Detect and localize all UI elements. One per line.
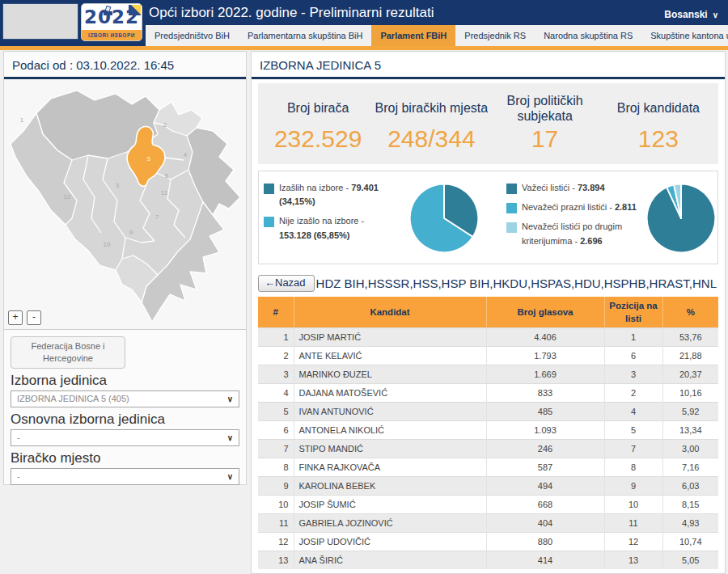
rank-cell: 6 xyxy=(258,420,294,439)
position-cell: 6 xyxy=(604,346,662,365)
language-label: Bosanski xyxy=(664,9,707,20)
votes-cell: 414 xyxy=(486,551,604,569)
map-unit-label: 2 xyxy=(163,121,167,129)
map-unit-label: 9 xyxy=(129,229,133,236)
percent-cell: 53,76 xyxy=(662,327,718,346)
votes-cell: 1.669 xyxy=(486,365,604,383)
percent-cell: 10,16 xyxy=(662,383,718,402)
candidate-cell: FINKA RAJKOVAČA xyxy=(294,458,486,476)
map-unit-label: 7 xyxy=(155,213,159,221)
percent-cell: 3,00 xyxy=(662,439,718,458)
summary-stats: Broj birača232.529Broj biračkih mjesta24… xyxy=(258,83,718,164)
top-header: 2022 IZBORI ИЗБОРИ Opći izbori 2022. god… xyxy=(0,0,728,46)
language-selector[interactable]: Bosanski∨ xyxy=(664,9,718,20)
biracko-mjesto-select[interactable]: - ∨ xyxy=(11,468,239,485)
turnout-legend: Izašlih na izbore - 79.401 (34,15%)Nije … xyxy=(264,181,385,255)
legend-text: Nevažeći prazni listići - 2.811 xyxy=(522,200,637,214)
rank-cell: 3 xyxy=(258,365,294,383)
ballots-legend: Važeći listići - 73.894Nevažeći prazni l… xyxy=(503,181,644,255)
biracko-mjesto-value: - xyxy=(17,471,20,481)
tab-narodna-skup-tina-rs[interactable]: Narodna skupština RS xyxy=(535,25,641,46)
tab-parlamentarna-skup-tina-bih[interactable]: Parlamentarna skupština BiH xyxy=(239,25,371,46)
back-button[interactable]: ←Nazad xyxy=(258,275,315,292)
charts-section: Izašlih na izbore - 79.401 (34,15%)Nije … xyxy=(258,171,718,264)
table-row: 4DAJANA MATOŠEVIĆ833210,16 xyxy=(258,383,718,402)
position-cell: 13 xyxy=(604,551,662,569)
stat-card: Broj birača232.529 xyxy=(261,93,375,153)
table-row: 10JOSIP ŠUMIĆ668108,15 xyxy=(258,495,718,513)
legend-item: Izašlih na izbore - 79.401 (34,15%) xyxy=(264,181,385,209)
izborna-jedinica-select[interactable]: IZBORNA JEDINICA 5 (405) ∨ xyxy=(11,390,239,407)
election-2022-logo: 2022 IZBORI ИЗБОРИ xyxy=(81,3,142,41)
table-row: 8FINKA RAJKOVAČA58787,16 xyxy=(258,458,718,476)
entity-button[interactable]: Federacija Bosne i Hercegovine xyxy=(11,336,125,369)
votes-cell: 246 xyxy=(486,439,604,458)
column-header: Kandidat xyxy=(294,297,486,327)
table-row: 11GABRIELA JOZINOVIĆ404114,93 xyxy=(258,513,718,532)
stat-label: Broj kandidata xyxy=(602,93,715,124)
bih-map[interactable]: + - 12543611127910 xyxy=(4,79,246,330)
osnovna-izborna-jedinica-value: - xyxy=(17,433,20,442)
filter-label-osnovna-izborna-jedinica: Osnovna izborna jedinica xyxy=(11,412,246,428)
column-header: Broj glasova xyxy=(486,297,604,327)
filter-label-biracko-mjesto: Biračko mjesto xyxy=(11,450,246,466)
candidate-cell: ANTONELA NIKOLIĆ xyxy=(294,420,486,439)
candidate-cell: JOSIP ŠUMIĆ xyxy=(294,495,486,513)
candidate-cell: JOSIP MARTIĆ xyxy=(294,327,486,346)
candidate-cell: ANA ŠIRIĆ xyxy=(294,551,486,569)
table-row: 12JOSIP UDOVIČIĆ8801210,74 xyxy=(258,532,718,551)
map-unit-label: 6 xyxy=(165,172,168,179)
votes-cell: 668 xyxy=(486,495,604,513)
position-cell: 3 xyxy=(604,365,662,383)
table-row: 5IVAN ANTUNOVIĆ48545,92 xyxy=(258,402,718,420)
rank-cell: 13 xyxy=(258,551,294,569)
map-unit-label: 10 xyxy=(104,241,111,248)
candidate-cell: STIPO MANDIĆ xyxy=(294,439,486,458)
legend-item: Nevažeći prazni listići - 2.811 xyxy=(506,200,644,214)
table-row: 2ANTE KELAVIĆ1.793621,88 xyxy=(258,346,718,365)
legend-swatch-icon xyxy=(506,222,517,233)
column-header: Pozicija na listi xyxy=(604,297,662,327)
tab-skup-tine-kantona-u-fbih[interactable]: Skupštine kantona u FBiH xyxy=(641,25,728,46)
table-row: 13ANA ŠIRIĆ414135,05 xyxy=(258,551,718,569)
back-row: ←Nazad HDZ BIH,HSSSR,HSS,HSP BIH,HKDU,HS… xyxy=(258,275,718,292)
tab-parlament-fbih[interactable]: Parlament FBiH xyxy=(371,25,455,46)
candidate-cell: DAJANA MATOŠEVIĆ xyxy=(294,383,486,402)
position-cell: 12 xyxy=(604,532,662,551)
legend-swatch-icon xyxy=(506,203,517,213)
nav-tabs: Predsjedništvo BiHParlamentarna skupštin… xyxy=(146,25,728,46)
votes-cell: 4.406 xyxy=(486,327,604,346)
candidate-cell: IVAN ANTUNOVIĆ xyxy=(294,402,486,420)
party-list-title: HDZ BIH,HSSSR,HSS,HSP BIH,HKDU,HSPAS,HDU… xyxy=(315,276,718,290)
ballot-box-icon xyxy=(103,5,113,19)
candidate-cell: JOSIP UDOVIČIĆ xyxy=(294,532,486,551)
osnovna-izborna-jedinica-select[interactable]: - ∨ xyxy=(11,429,239,446)
logo-banner: IZBORI ИЗБОРИ xyxy=(82,30,142,40)
percent-cell: 5,92 xyxy=(662,402,718,420)
stat-value: 232.529 xyxy=(261,125,375,153)
percent-cell: 4,93 xyxy=(662,513,718,532)
rank-cell: 10 xyxy=(258,495,294,513)
zoom-in-button[interactable]: + xyxy=(8,310,23,325)
candidates-table: #KandidatBroj glasovaPozicija na listi% … xyxy=(258,297,718,569)
position-cell: 1 xyxy=(604,327,662,346)
page-title: Opći izbori 2022. godine - Preliminarni … xyxy=(149,5,434,21)
legend-swatch-icon xyxy=(264,184,274,194)
percent-cell: 21,88 xyxy=(662,346,718,365)
candidate-cell: KAROLINA BEBEK xyxy=(294,476,486,495)
filter-label-izborna-jedinica: Izborna jedinica xyxy=(11,373,246,389)
stat-label: Broj biračkih mjesta xyxy=(375,93,488,124)
votes-cell: 1.793 xyxy=(486,346,604,365)
position-cell: 8 xyxy=(604,458,662,476)
votes-cell: 404 xyxy=(486,513,604,532)
stat-card: Broj političkih subjekata17 xyxy=(489,93,602,153)
position-cell: 5 xyxy=(604,420,662,439)
position-cell: 2 xyxy=(604,383,662,402)
candidate-cell: MARINKO ĐUZEL xyxy=(294,365,486,383)
rank-cell: 12 xyxy=(258,532,294,551)
stat-card: Broj kandidata123 xyxy=(602,93,715,153)
tab-predsjednik-rs[interactable]: Predsjednik RS xyxy=(455,25,535,46)
tab-predsjedni-tvo-bih[interactable]: Predsjedništvo BiH xyxy=(146,25,239,46)
legend-text: Nevažeći listići po drugim kriterijumima… xyxy=(522,220,644,247)
zoom-out-button[interactable]: - xyxy=(27,310,41,325)
